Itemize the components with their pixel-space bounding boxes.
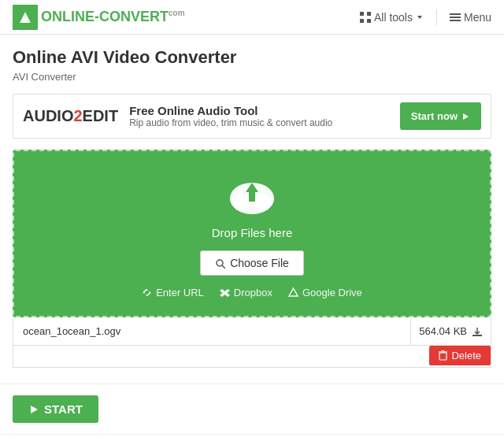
- header-right: All tools Menu: [360, 9, 491, 25]
- svg-rect-18: [472, 335, 482, 336]
- header: ONLINE-CONVERTcom All tools Menu: [0, 0, 504, 35]
- menu-button[interactable]: Menu: [450, 11, 491, 24]
- svg-marker-10: [463, 113, 469, 120]
- svg-point-15: [217, 260, 223, 266]
- main-content: Online AVI Video Converter AVI Converter…: [0, 35, 504, 384]
- ad-logo: AUDIO2EDIT: [23, 107, 118, 125]
- logo-icon: [13, 5, 38, 30]
- svg-rect-3: [367, 12, 371, 16]
- delete-button[interactable]: Delete: [429, 346, 491, 365]
- optional-settings-section: Optional Settings Choose a Preset: no pr…: [0, 434, 504, 441]
- enter-url-option[interactable]: Enter URL: [142, 287, 204, 298]
- svg-marker-17: [289, 288, 298, 296]
- ad-text: Free Online Audio Tool Rip audio from vi…: [129, 104, 400, 128]
- svg-marker-6: [417, 16, 422, 19]
- upload-icon: [227, 173, 277, 220]
- file-size: 564.04 KB: [411, 317, 491, 345]
- svg-point-13: [254, 194, 272, 209]
- svg-line-16: [222, 265, 225, 269]
- delete-row: Delete: [13, 346, 491, 368]
- page-title: Online AVI Video Converter: [13, 47, 491, 68]
- all-tools-button[interactable]: All tools: [360, 11, 424, 24]
- svg-rect-4: [360, 19, 364, 23]
- breadcrumb: AVI Converter: [13, 71, 491, 83]
- logo-text: ONLINE-CONVERTcom: [41, 9, 185, 25]
- svg-rect-2: [360, 12, 364, 16]
- ad-banner: AUDIO2EDIT Free Online Audio Tool Rip au…: [13, 94, 491, 139]
- drop-zone[interactable]: Drop Files here Choose File Enter URL Dr…: [13, 150, 491, 317]
- svg-marker-22: [31, 406, 38, 413]
- svg-rect-5: [367, 19, 371, 23]
- svg-rect-8: [450, 17, 461, 18]
- ad-subtitle: Rip audio from video, trim music & conve…: [129, 117, 400, 128]
- source-options: Enter URL Dropbox Google Drive: [142, 287, 362, 298]
- header-divider: [436, 9, 437, 25]
- logo[interactable]: ONLINE-CONVERTcom: [13, 5, 185, 30]
- svg-rect-19: [439, 353, 447, 360]
- choose-file-button[interactable]: Choose File: [200, 250, 304, 276]
- svg-point-12: [232, 194, 250, 209]
- svg-rect-9: [450, 20, 461, 21]
- file-name: ocean_1ocean_1.ogv: [13, 317, 411, 345]
- ad-start-button[interactable]: Start now: [400, 102, 481, 130]
- google-drive-option[interactable]: Google Drive: [288, 287, 362, 298]
- ad-title: Free Online Audio Tool: [129, 104, 400, 117]
- start-section: START: [0, 384, 504, 434]
- svg-rect-1: [23, 18, 28, 23]
- dropbox-option[interactable]: Dropbox: [220, 287, 272, 298]
- svg-rect-7: [450, 13, 461, 15]
- start-button[interactable]: START: [13, 395, 98, 423]
- drop-text: Drop Files here: [212, 226, 293, 239]
- file-row: ocean_1ocean_1.ogv 564.04 KB: [13, 317, 491, 346]
